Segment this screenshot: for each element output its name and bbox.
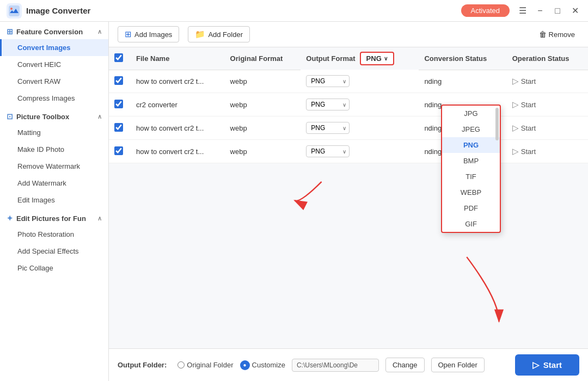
maximize-button[interactable]: □ bbox=[551, 4, 564, 17]
row-start-button[interactable]: ▷ Start bbox=[512, 123, 536, 133]
window-controls: ☰ − □ ✕ bbox=[516, 4, 581, 17]
output-format-select[interactable]: PNGJPGJPEG BMPTIFWEBPPDFGIF bbox=[306, 99, 350, 110]
close-button[interactable]: ✕ bbox=[568, 4, 581, 17]
row-output-format: PNGJPGJPEG BMPTIFWEBPPDFGIF ∨ bbox=[301, 93, 419, 116]
edit-pictures-chevron: ∧ bbox=[97, 215, 102, 222]
original-folder-radio-wrap[interactable]: Original Folder bbox=[177, 361, 233, 369]
picture-toolbox-icon: ⊡ bbox=[7, 112, 13, 121]
row-filename: how to convert cr2 t... bbox=[131, 116, 225, 140]
select-all-checkbox[interactable] bbox=[114, 53, 123, 62]
app-logo bbox=[7, 3, 22, 19]
row-operation-status: ▷ Start bbox=[507, 70, 588, 93]
output-format-select[interactable]: PNGJPGJPEG BMPTIFWEBPPDFGIF bbox=[306, 122, 350, 134]
sidebar-item-compress-images[interactable]: Compress Images bbox=[0, 90, 108, 107]
content-area: ⊞ Add Images 📁 Add Folder 🗑 Remove bbox=[109, 22, 588, 381]
table-row: how to convert cr2 t... webp PNGJPGJPEG … bbox=[109, 140, 588, 163]
sidebar: ⊞ Feature Conversion ∧ Convert Images Co… bbox=[0, 22, 109, 381]
row-operation-status: ▷ Start bbox=[507, 93, 588, 116]
row-start-button[interactable]: ▷ Start bbox=[512, 146, 536, 156]
minimize-button[interactable]: − bbox=[534, 4, 547, 17]
col-header-operation-status: Operation Status bbox=[507, 47, 588, 70]
sidebar-item-pic-collage[interactable]: Pic Collage bbox=[0, 260, 108, 276]
dropdown-option-png[interactable]: PNG bbox=[442, 137, 500, 153]
sidebar-item-photo-restoration[interactable]: Photo Restoration bbox=[0, 226, 108, 243]
sidebar-section-picture-toolbox[interactable]: ⊡ Picture Toolbox ∧ bbox=[0, 107, 108, 124]
row-operation-status: ▷ Start bbox=[507, 116, 588, 140]
row-checkbox[interactable] bbox=[114, 146, 123, 155]
sidebar-section-toolbox-label: Picture Toolbox bbox=[16, 113, 69, 121]
col-header-original-format: Original Format bbox=[225, 47, 301, 70]
output-folder-label: Output Folder: bbox=[118, 361, 167, 369]
format-select-wrap: PNGJPGJPEG BMPTIFWEBPPDFGIF ∨ bbox=[306, 75, 350, 87]
dropdown-option-pdf[interactable]: PDF bbox=[442, 200, 500, 216]
row-checkbox-cell bbox=[109, 140, 131, 163]
sidebar-item-edit-images[interactable]: Edit Images bbox=[0, 192, 108, 208]
row-start-button[interactable]: ▷ Start bbox=[512, 76, 536, 86]
customize-radio-wrap[interactable]: ● Customize bbox=[240, 360, 285, 370]
row-output-format: PNGJPGJPEG BMPTIFWEBPPDFGIF ∨ bbox=[301, 116, 419, 140]
sidebar-item-make-id-photo[interactable]: Make ID Photo bbox=[0, 141, 108, 158]
header-format-chevron-icon: ∨ bbox=[384, 56, 388, 62]
row-start-icon: ▷ bbox=[512, 100, 519, 109]
svg-rect-1 bbox=[9, 5, 20, 16]
sidebar-item-add-special-effects[interactable]: Add Special Effects bbox=[0, 243, 108, 260]
sidebar-section-feature-conversion[interactable]: ⊞ Feature Conversion ∧ bbox=[0, 22, 108, 39]
sidebar-item-add-watermark[interactable]: Add Watermark bbox=[0, 175, 108, 192]
sidebar-item-matting[interactable]: Matting bbox=[0, 124, 108, 141]
row-output-format: PNGJPGJPEG BMPTIFWEBPPDFGIF ∨ bbox=[301, 70, 419, 93]
add-folder-button[interactable]: 📁 Add Folder bbox=[188, 26, 250, 42]
add-images-icon: ⊞ bbox=[125, 29, 132, 39]
row-original-format: webp bbox=[225, 70, 301, 93]
app-title: Image Converter bbox=[26, 6, 461, 15]
sidebar-item-convert-raw[interactable]: Convert RAW bbox=[0, 73, 108, 90]
output-format-select[interactable]: PNGJPGJPEG BMPTIFWEBPPDFGIF bbox=[306, 75, 350, 87]
row-checkbox[interactable] bbox=[114, 123, 123, 132]
row-start-icon: ▷ bbox=[512, 146, 519, 156]
row-filename: how to convert cr2 t... bbox=[131, 140, 225, 163]
open-folder-button[interactable]: Open Folder bbox=[431, 358, 485, 372]
row-output-format: PNGJPGJPEG BMPTIFWEBPPDFGIF ∨ bbox=[301, 140, 419, 163]
dropdown-option-tif[interactable]: TIF bbox=[442, 169, 500, 185]
sidebar-section-edit-pictures[interactable]: ✦ Edit Pictures for Fun ∧ bbox=[0, 208, 108, 226]
row-checkbox[interactable] bbox=[114, 76, 123, 85]
original-folder-radio[interactable] bbox=[177, 361, 185, 368]
sidebar-item-remove-watermark[interactable]: Remove Watermark bbox=[0, 158, 108, 175]
col-header-conversion-status: Conversion Status bbox=[419, 47, 506, 70]
dropdown-option-jpeg[interactable]: JPEG bbox=[442, 121, 500, 137]
header-format-dropdown-button[interactable]: PNG ∨ bbox=[360, 52, 394, 65]
add-images-button[interactable]: ⊞ Add Images bbox=[118, 26, 179, 42]
dropdown-option-gif[interactable]: GIF bbox=[442, 216, 500, 232]
change-button[interactable]: Change bbox=[385, 358, 425, 372]
feature-conversion-icon: ⊞ bbox=[7, 27, 13, 36]
col-header-filename: File Name bbox=[131, 47, 225, 70]
edit-pictures-icon: ✦ bbox=[7, 214, 13, 223]
row-start-icon: ▷ bbox=[512, 76, 519, 86]
sidebar-item-convert-heic[interactable]: Convert HEIC bbox=[0, 56, 108, 73]
main-layout: ⊞ Feature Conversion ∧ Convert Images Co… bbox=[0, 22, 588, 381]
remove-button[interactable]: 🗑 Remove bbox=[535, 27, 579, 41]
row-checkbox[interactable] bbox=[114, 100, 123, 108]
bottom-bar: Output Folder: Original Folder ● Customi… bbox=[109, 348, 588, 381]
row-checkbox-cell bbox=[109, 116, 131, 140]
sidebar-section-feature-label: Feature Conversion bbox=[16, 28, 83, 36]
dropdown-option-bmp[interactable]: BMP bbox=[442, 153, 500, 169]
row-operation-status: ▷ Start bbox=[507, 140, 588, 163]
col-header-output-format: Output Format PNG ∨ bbox=[301, 47, 419, 70]
sidebar-item-convert-images[interactable]: Convert Images bbox=[0, 39, 108, 56]
row-original-format: webp bbox=[225, 93, 301, 116]
output-path-input[interactable] bbox=[292, 359, 379, 372]
dropdown-option-webp[interactable]: WEBP bbox=[442, 185, 500, 200]
row-start-button[interactable]: ▷ Start bbox=[512, 100, 536, 109]
menu-button[interactable]: ☰ bbox=[516, 4, 529, 17]
table-row: cr2 converter webp PNGJPGJPEG BMPTIFWEBP… bbox=[109, 93, 588, 116]
start-main-button[interactable]: ▷ Start bbox=[515, 354, 579, 376]
activated-button[interactable]: Activated bbox=[461, 4, 510, 17]
customize-label: Customize bbox=[252, 361, 285, 369]
customize-radio-icon: ● bbox=[240, 360, 250, 370]
output-format-select[interactable]: PNGJPGJPEG BMPTIFWEBPPDFGIF bbox=[306, 145, 350, 157]
dropdown-option-jpg[interactable]: JPG bbox=[442, 106, 500, 121]
row-original-format: webp bbox=[225, 116, 301, 140]
row-conversion-status: nding bbox=[419, 70, 506, 93]
sidebar-section-edit-label: Edit Pictures for Fun bbox=[16, 214, 86, 223]
file-table: File Name Original Format Output Format … bbox=[109, 47, 588, 163]
